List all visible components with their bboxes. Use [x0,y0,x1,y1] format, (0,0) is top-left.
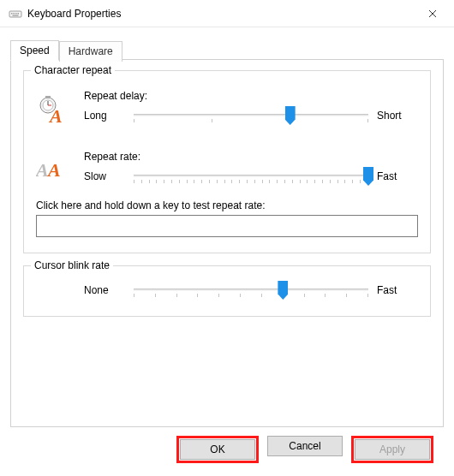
cursor-blink-max-label: Fast [377,284,418,296]
svg-rect-4 [18,13,20,15]
test-repeat-label: Click here and hold down a key to test r… [36,199,418,211]
apply-highlight: Apply [351,436,433,463]
repeat-delay-label: Repeat delay: [84,90,418,102]
character-repeat-legend: Character repeat [31,64,115,76]
cancel-button[interactable]: Cancel [267,436,343,456]
repeat-rate-label: Repeat rate: [84,151,418,163]
repeat-rate-slider[interactable] [134,166,368,187]
repeat-rate-min-label: Slow [84,170,125,182]
ok-button[interactable]: OK [180,439,255,460]
repeat-rate-icon: A A [36,154,84,187]
dialog-buttons: OK Cancel Apply [10,427,444,463]
svg-rect-3 [15,13,17,15]
keyboard-icon [9,7,22,21]
svg-text:A: A [46,159,61,181]
close-button[interactable] [413,0,452,27]
repeat-delay-min-label: Long [84,110,125,122]
repeat-rate-row: A A Repeat rate: Slow Fast [36,151,418,187]
repeat-delay-icon: A [36,93,84,127]
tab-strip: Speed Hardware [10,39,444,60]
test-repeat-input[interactable] [36,215,418,237]
cursor-blink-group: Cursor blink rate None Fast [23,265,431,317]
apply-button[interactable]: Apply [355,439,430,460]
content-area: Speed Hardware Character repeat A [0,27,454,470]
svg-text:A: A [36,159,49,181]
cursor-blink-legend: Cursor blink rate [31,259,113,271]
tab-hardware[interactable]: Hardware [59,41,122,62]
repeat-rate-max-label: Fast [377,170,418,182]
repeat-delay-slider[interactable] [134,105,368,126]
svg-rect-2 [14,13,15,15]
ok-highlight: OK [176,436,259,463]
window-title: Keyboard Properties [27,8,413,20]
cursor-blink-slider[interactable] [134,280,368,300]
svg-rect-10 [45,96,51,98]
tab-speed[interactable]: Speed [10,40,59,61]
svg-rect-5 [13,15,19,15]
title-bar: Keyboard Properties [0,0,454,27]
repeat-delay-max-label: Short [377,110,418,122]
character-repeat-group: Character repeat A Repeat delay: [23,70,431,253]
close-icon [428,9,437,18]
cursor-blink-min-label: None [84,284,125,296]
repeat-delay-row: A Repeat delay: Long Short [36,90,418,127]
svg-text:A: A [48,105,63,124]
tab-panel-speed: Character repeat A Repeat delay: [10,59,444,427]
svg-rect-1 [11,13,13,15]
